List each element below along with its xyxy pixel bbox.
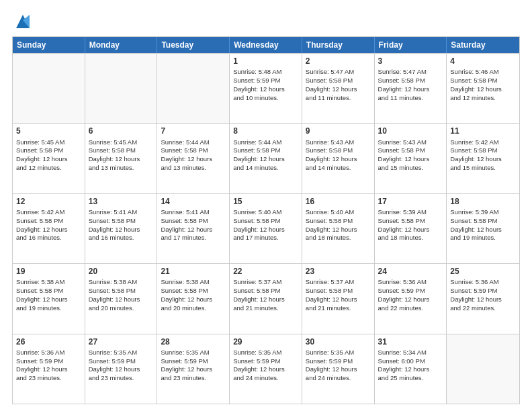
cal-row-4: 19Sunrise: 5:38 AM Sunset: 5:58 PM Dayli… (13, 263, 519, 333)
day-number: 31 (378, 336, 443, 347)
day-info: Sunrise: 5:43 AM Sunset: 5:58 PM Dayligh… (378, 138, 430, 171)
day-number: 13 (89, 196, 154, 207)
day-number: 22 (233, 266, 298, 277)
day-number: 27 (89, 336, 154, 347)
day-info: Sunrise: 5:35 AM Sunset: 5:59 PM Dayligh… (233, 349, 285, 381)
day-number: 18 (450, 196, 516, 207)
day-info: Sunrise: 5:45 AM Sunset: 5:58 PM Dayligh… (89, 138, 140, 171)
day-info: Sunrise: 5:34 AM Sunset: 6:00 PM Dayligh… (378, 349, 430, 381)
day-number: 14 (161, 196, 226, 207)
day-info: Sunrise: 5:38 AM Sunset: 5:58 PM Dayligh… (16, 278, 68, 311)
day-number: 24 (378, 266, 443, 277)
day-info: Sunrise: 5:38 AM Sunset: 5:58 PM Dayligh… (89, 278, 140, 311)
col-header-tuesday: Tuesday (157, 37, 230, 53)
day-number: 21 (161, 266, 226, 277)
cal-cell: 22Sunrise: 5:37 AM Sunset: 5:58 PM Dayli… (230, 264, 302, 333)
day-info: Sunrise: 5:36 AM Sunset: 5:59 PM Dayligh… (16, 349, 68, 381)
cal-cell: 17Sunrise: 5:39 AM Sunset: 5:58 PM Dayli… (375, 194, 447, 263)
cal-cell: 6Sunrise: 5:45 AM Sunset: 5:58 PM Daylig… (85, 124, 158, 193)
cal-cell: 26Sunrise: 5:36 AM Sunset: 5:59 PM Dayli… (13, 334, 85, 404)
day-info: Sunrise: 5:48 AM Sunset: 5:59 PM Dayligh… (233, 68, 285, 101)
cal-row-2: 5Sunrise: 5:45 AM Sunset: 5:58 PM Daylig… (13, 123, 519, 193)
calendar-body: 1Sunrise: 5:48 AM Sunset: 5:59 PM Daylig… (13, 53, 519, 404)
cal-cell: 24Sunrise: 5:36 AM Sunset: 5:59 PM Dayli… (375, 264, 447, 333)
day-info: Sunrise: 5:37 AM Sunset: 5:58 PM Dayligh… (233, 278, 285, 311)
day-number: 7 (161, 126, 226, 136)
day-info: Sunrise: 5:46 AM Sunset: 5:58 PM Dayligh… (450, 68, 502, 101)
cal-cell (447, 334, 519, 404)
cal-cell: 9Sunrise: 5:43 AM Sunset: 5:58 PM Daylig… (302, 124, 375, 193)
logo-icon (13, 12, 32, 31)
cal-cell: 10Sunrise: 5:43 AM Sunset: 5:58 PM Dayli… (375, 124, 447, 193)
cal-cell: 27Sunrise: 5:35 AM Sunset: 5:59 PM Dayli… (85, 334, 158, 404)
cal-cell: 8Sunrise: 5:44 AM Sunset: 5:58 PM Daylig… (230, 124, 302, 193)
cal-cell: 23Sunrise: 5:37 AM Sunset: 5:58 PM Dayli… (302, 264, 375, 333)
header (12, 12, 520, 31)
day-number: 2 (306, 56, 371, 66)
day-number: 3 (378, 56, 443, 66)
cal-cell: 25Sunrise: 5:36 AM Sunset: 5:59 PM Dayli… (447, 264, 519, 333)
cal-cell: 14Sunrise: 5:41 AM Sunset: 5:58 PM Dayli… (157, 194, 230, 263)
day-info: Sunrise: 5:39 AM Sunset: 5:58 PM Dayligh… (450, 208, 502, 241)
day-info: Sunrise: 5:42 AM Sunset: 5:58 PM Dayligh… (16, 208, 68, 241)
day-info: Sunrise: 5:35 AM Sunset: 5:59 PM Dayligh… (161, 349, 212, 381)
cal-cell: 1Sunrise: 5:48 AM Sunset: 5:59 PM Daylig… (230, 54, 302, 123)
day-info: Sunrise: 5:36 AM Sunset: 5:59 PM Dayligh… (450, 278, 502, 311)
col-header-thursday: Thursday (302, 37, 375, 53)
day-number: 20 (89, 266, 154, 277)
cal-cell: 30Sunrise: 5:35 AM Sunset: 5:59 PM Dayli… (302, 334, 375, 404)
cal-cell: 5Sunrise: 5:45 AM Sunset: 5:58 PM Daylig… (13, 124, 85, 193)
day-number: 28 (161, 336, 226, 347)
cal-row-5: 26Sunrise: 5:36 AM Sunset: 5:59 PM Dayli… (13, 334, 519, 404)
cal-cell: 16Sunrise: 5:40 AM Sunset: 5:58 PM Dayli… (302, 194, 375, 263)
day-number: 29 (233, 336, 298, 347)
col-header-saturday: Saturday (447, 37, 519, 53)
day-info: Sunrise: 5:35 AM Sunset: 5:59 PM Dayligh… (306, 349, 357, 381)
col-header-monday: Monday (85, 37, 158, 53)
col-header-wednesday: Wednesday (230, 37, 302, 53)
cal-cell: 28Sunrise: 5:35 AM Sunset: 5:59 PM Dayli… (157, 334, 230, 404)
cal-cell: 4Sunrise: 5:46 AM Sunset: 5:58 PM Daylig… (447, 54, 519, 123)
day-number: 5 (16, 126, 81, 136)
cal-cell: 29Sunrise: 5:35 AM Sunset: 5:59 PM Dayli… (230, 334, 302, 404)
col-header-friday: Friday (375, 37, 447, 53)
day-info: Sunrise: 5:41 AM Sunset: 5:58 PM Dayligh… (89, 208, 140, 241)
cal-cell: 3Sunrise: 5:47 AM Sunset: 5:58 PM Daylig… (375, 54, 447, 123)
day-info: Sunrise: 5:45 AM Sunset: 5:58 PM Dayligh… (16, 138, 68, 171)
cal-cell: 11Sunrise: 5:42 AM Sunset: 5:58 PM Dayli… (447, 124, 519, 193)
day-number: 1 (233, 56, 298, 66)
day-number: 30 (306, 336, 371, 347)
day-number: 26 (16, 336, 81, 347)
cal-cell (85, 54, 158, 123)
day-number: 23 (306, 266, 371, 277)
day-number: 4 (450, 56, 516, 66)
day-info: Sunrise: 5:43 AM Sunset: 5:58 PM Dayligh… (306, 138, 357, 171)
day-number: 16 (306, 196, 371, 207)
day-info: Sunrise: 5:44 AM Sunset: 5:58 PM Dayligh… (161, 138, 212, 171)
cal-cell: 21Sunrise: 5:38 AM Sunset: 5:58 PM Dayli… (157, 264, 230, 333)
day-info: Sunrise: 5:36 AM Sunset: 5:59 PM Dayligh… (378, 278, 430, 311)
day-number: 9 (306, 126, 371, 136)
day-number: 15 (233, 196, 298, 207)
day-info: Sunrise: 5:44 AM Sunset: 5:58 PM Dayligh… (233, 138, 285, 171)
day-number: 11 (450, 126, 516, 136)
calendar: SundayMondayTuesdayWednesdayThursdayFrid… (12, 36, 520, 404)
calendar-header-row: SundayMondayTuesdayWednesdayThursdayFrid… (13, 37, 519, 53)
cal-row-1: 1Sunrise: 5:48 AM Sunset: 5:59 PM Daylig… (13, 53, 519, 123)
day-info: Sunrise: 5:35 AM Sunset: 5:59 PM Dayligh… (89, 349, 140, 381)
page: SundayMondayTuesdayWednesdayThursdayFrid… (0, 0, 532, 411)
day-info: Sunrise: 5:40 AM Sunset: 5:58 PM Dayligh… (306, 208, 357, 241)
cal-cell: 2Sunrise: 5:47 AM Sunset: 5:58 PM Daylig… (302, 54, 375, 123)
day-number: 17 (378, 196, 443, 207)
cal-row-3: 12Sunrise: 5:42 AM Sunset: 5:58 PM Dayli… (13, 193, 519, 263)
cal-cell: 7Sunrise: 5:44 AM Sunset: 5:58 PM Daylig… (157, 124, 230, 193)
day-number: 25 (450, 266, 516, 277)
day-info: Sunrise: 5:38 AM Sunset: 5:58 PM Dayligh… (161, 278, 212, 311)
cal-cell (13, 54, 85, 123)
day-number: 19 (16, 266, 81, 277)
day-number: 6 (89, 126, 154, 136)
day-number: 8 (233, 126, 298, 136)
col-header-sunday: Sunday (13, 37, 85, 53)
logo (12, 12, 32, 31)
day-info: Sunrise: 5:47 AM Sunset: 5:58 PM Dayligh… (306, 68, 357, 101)
